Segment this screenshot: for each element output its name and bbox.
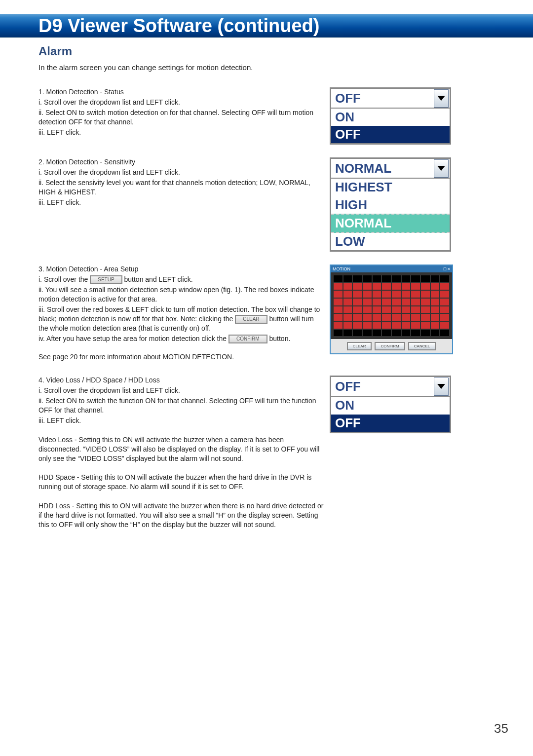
dd-item-off[interactable]: OFF (331, 126, 450, 143)
motion-cell[interactable] (431, 330, 440, 337)
motion-cell[interactable] (373, 330, 381, 337)
motion-cell[interactable] (440, 322, 449, 329)
motion-cell[interactable] (402, 291, 411, 298)
motion-cell[interactable] (373, 291, 381, 298)
motion-cell[interactable] (334, 299, 343, 305)
motion-cell[interactable] (343, 275, 352, 282)
motion-cell[interactable] (392, 306, 401, 313)
mw-cancel-button[interactable]: CANCEL (408, 342, 436, 350)
motion-cell[interactable] (411, 299, 420, 305)
motion-cell[interactable] (431, 283, 440, 290)
motion-cell[interactable] (363, 330, 372, 337)
motion-cell[interactable] (392, 299, 401, 305)
motion-cell[interactable] (382, 330, 391, 337)
motion-cell[interactable] (353, 330, 362, 337)
motion-cell[interactable] (440, 306, 449, 313)
dd-item-on[interactable]: ON (331, 397, 450, 414)
motion-cell[interactable] (392, 291, 401, 298)
motion-cell[interactable] (411, 306, 420, 313)
motion-cell[interactable] (382, 283, 391, 290)
motion-cell[interactable] (363, 291, 372, 298)
motion-cell[interactable] (353, 314, 362, 321)
motion-cell[interactable] (353, 322, 362, 329)
confirm-button-inline[interactable]: CONFIRM (228, 335, 267, 343)
motion-cell[interactable] (411, 314, 420, 321)
motion-cell[interactable] (402, 283, 411, 290)
motion-cell[interactable] (373, 314, 381, 321)
motion-cell[interactable] (363, 306, 372, 313)
motion-cell[interactable] (440, 299, 449, 305)
motion-cell[interactable] (373, 283, 381, 290)
motion-cell[interactable] (421, 306, 430, 313)
motion-cell[interactable] (343, 299, 352, 305)
motion-cell[interactable] (373, 275, 381, 282)
motion-cell[interactable] (343, 306, 352, 313)
motion-cell[interactable] (440, 330, 449, 337)
dd-header[interactable]: OFF (331, 377, 450, 397)
motion-cell[interactable] (373, 322, 381, 329)
motion-cell[interactable] (402, 299, 411, 305)
motion-cell[interactable] (334, 314, 343, 321)
motion-cell[interactable] (421, 275, 430, 282)
dd-item-low[interactable]: LOW (331, 233, 450, 250)
motion-cell[interactable] (343, 330, 352, 337)
dd-item-normal[interactable]: NORMAL (331, 214, 450, 233)
dd-item-off[interactable]: OFF (331, 415, 450, 432)
motion-cell[interactable] (421, 330, 430, 337)
motion-cell[interactable] (431, 299, 440, 305)
motion-cell[interactable] (421, 283, 430, 290)
motion-cell[interactable] (363, 283, 372, 290)
motion-cell[interactable] (363, 314, 372, 321)
motion-cell[interactable] (382, 314, 391, 321)
motion-cell[interactable] (373, 306, 381, 313)
motion-cell[interactable] (440, 275, 449, 282)
motion-cell[interactable] (421, 299, 430, 305)
motion-cell[interactable] (392, 330, 401, 337)
motion-cell[interactable] (402, 322, 411, 329)
chevron-down-icon[interactable] (434, 159, 449, 178)
motion-cell[interactable] (402, 275, 411, 282)
motion-cell[interactable] (411, 283, 420, 290)
motion-cell[interactable] (363, 299, 372, 305)
motion-cell[interactable] (392, 314, 401, 321)
motion-cell[interactable] (421, 314, 430, 321)
setup-button[interactable]: SETUP (90, 275, 122, 284)
motion-cell[interactable] (382, 299, 391, 305)
clear-button-inline[interactable]: CLEAR (235, 315, 267, 324)
videoloss-dropdown[interactable]: OFF ON OFF (330, 376, 451, 433)
motion-cell[interactable] (343, 291, 352, 298)
motion-cell[interactable] (402, 330, 411, 337)
motion-cell[interactable] (411, 275, 420, 282)
motion-cell[interactable] (334, 283, 343, 290)
motion-cell[interactable] (363, 275, 372, 282)
motion-cell[interactable] (411, 322, 420, 329)
motion-cell[interactable] (392, 283, 401, 290)
sensitivity-dropdown[interactable]: NORMAL HIGHEST HIGH NORMAL LOW (330, 157, 451, 252)
motion-cell[interactable] (402, 314, 411, 321)
motion-cell[interactable] (334, 322, 343, 329)
motion-cell[interactable] (440, 283, 449, 290)
motion-cell[interactable] (421, 322, 430, 329)
motion-grid[interactable] (331, 272, 452, 339)
motion-cell[interactable] (343, 322, 352, 329)
dd-item-on[interactable]: ON (331, 109, 450, 126)
mw-confirm-button[interactable]: CONFIRM (375, 342, 405, 350)
motion-cell[interactable] (411, 291, 420, 298)
motion-cell[interactable] (440, 314, 449, 321)
motion-cell[interactable] (363, 322, 372, 329)
motion-cell[interactable] (382, 275, 391, 282)
motion-cell[interactable] (334, 291, 343, 298)
window-controls-icon[interactable]: □ × (444, 266, 450, 271)
motion-cell[interactable] (421, 291, 430, 298)
dd-item-highest[interactable]: HIGHEST (331, 179, 450, 196)
motion-cell[interactable] (353, 275, 362, 282)
motion-cell[interactable] (373, 299, 381, 305)
motion-cell[interactable] (353, 306, 362, 313)
motion-cell[interactable] (431, 322, 440, 329)
motion-cell[interactable] (431, 291, 440, 298)
motion-cell[interactable] (402, 306, 411, 313)
dd-header[interactable]: NORMAL (331, 159, 450, 179)
motion-cell[interactable] (334, 330, 343, 337)
motion-cell[interactable] (392, 275, 401, 282)
motion-cell[interactable] (431, 275, 440, 282)
